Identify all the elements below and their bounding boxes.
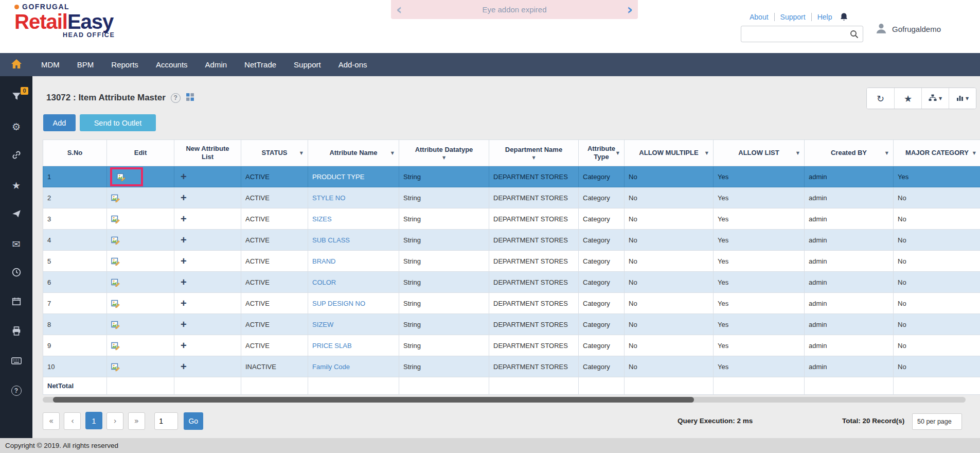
sidebar-mail[interactable]: ✉ <box>11 238 22 250</box>
column-header-attribute-name[interactable]: Attribute Name▼ <box>308 140 399 166</box>
nav-item-bpm[interactable]: BPM <box>68 53 103 76</box>
column-header-allow-multiple[interactable]: ALLOW MULTIPLE▼ <box>625 140 714 166</box>
attribute-name-link[interactable]: PRICE SLAB <box>312 342 352 350</box>
table-row[interactable]: 3+ACTIVESIZESStringDEPARTMENT STORESCate… <box>43 208 980 230</box>
table-row[interactable]: 7+ACTIVESUP DESIGN NOStringDEPARTMENT ST… <box>43 293 980 314</box>
sort-caret-icon[interactable]: ▼ <box>399 155 489 160</box>
scrollbar-thumb[interactable] <box>53 397 694 403</box>
first-page-button[interactable]: « <box>43 412 60 430</box>
sort-caret-icon[interactable]: ▼ <box>796 151 799 155</box>
attribute-name-link[interactable]: BRAND <box>312 257 336 265</box>
sort-caret-icon[interactable]: ▼ <box>391 151 394 155</box>
sidebar-history[interactable] <box>11 268 22 279</box>
add-attribute-icon[interactable]: + <box>179 277 187 287</box>
table-row[interactable]: 2+ACTIVESTYLE NOStringDEPARTMENT STORESC… <box>43 187 980 208</box>
dashboard-icon[interactable] <box>186 93 194 103</box>
nav-item-reports[interactable]: Reports <box>102 53 147 76</box>
sidebar-print[interactable] <box>11 326 22 338</box>
attribute-name-link[interactable]: SIZEW <box>312 321 333 328</box>
favorite-button[interactable]: ★ <box>894 88 921 109</box>
add-attribute-icon[interactable]: + <box>179 172 187 181</box>
per-page-select[interactable]: 50 per page <box>912 413 962 430</box>
attribute-name-link[interactable]: SUP DESIGN NO <box>312 300 365 307</box>
sidebar-favorites[interactable]: ★ <box>11 180 22 191</box>
prev-page-button[interactable]: ‹ <box>64 412 81 430</box>
table-row[interactable]: 1+ACTIVEPRODUCT TYPEStringDEPARTMENT STO… <box>43 166 980 187</box>
add-attribute-icon[interactable]: + <box>179 299 187 308</box>
last-page-button[interactable]: » <box>128 412 145 430</box>
edit-button[interactable] <box>111 236 120 245</box>
column-header-department-name[interactable]: Department Name▼ <box>489 140 579 166</box>
table-row[interactable]: 4+ACTIVESUB CLASSStringDEPARTMENT STORES… <box>43 230 980 251</box>
sidebar-filter[interactable]: 0 <box>11 92 22 103</box>
sidebar-calendar[interactable] <box>11 297 22 308</box>
table-row[interactable]: 5+ACTIVEBRANDStringDEPARTMENT STORESCate… <box>43 251 980 272</box>
user-menu[interactable]: Gofrugaldemo <box>875 22 941 37</box>
table-row[interactable]: 8+ACTIVESIZEWStringDEPARTMENT STORESCate… <box>43 314 980 335</box>
edit-button[interactable] <box>111 299 120 308</box>
sidebar-help[interactable]: ? <box>11 385 22 396</box>
sort-caret-icon[interactable]: ▼ <box>885 151 888 155</box>
add-attribute-icon[interactable]: + <box>179 193 187 202</box>
attribute-name-link[interactable]: SIZES <box>312 215 332 223</box>
hierarchy-view-button[interactable]: ▼ <box>921 88 949 109</box>
link-support[interactable]: Support <box>775 13 812 21</box>
add-attribute-icon[interactable]: + <box>179 235 187 245</box>
table-row[interactable]: 9+ACTIVEPRICE SLABStringDEPARTMENT STORE… <box>43 335 980 356</box>
sort-caret-icon[interactable]: ▼ <box>973 151 976 155</box>
next-page-button[interactable]: › <box>106 412 123 430</box>
add-attribute-icon[interactable]: + <box>179 320 187 329</box>
add-attribute-icon[interactable]: + <box>179 362 187 371</box>
nav-item-nettrade[interactable]: NetTrade <box>236 53 285 76</box>
attribute-name-link[interactable]: Family Code <box>312 363 350 371</box>
add-attribute-icon[interactable]: + <box>179 341 187 350</box>
sort-caret-icon[interactable]: ▼ <box>616 151 619 155</box>
edit-button[interactable] <box>111 194 120 202</box>
add-attribute-icon[interactable]: + <box>179 256 187 266</box>
attribute-name-link[interactable]: SUB CLASS <box>312 236 350 244</box>
sort-caret-icon[interactable]: ▼ <box>489 155 578 160</box>
sort-caret-icon[interactable]: ▼ <box>300 151 303 155</box>
page-1-button[interactable]: 1 <box>85 412 102 429</box>
add-attribute-icon[interactable]: + <box>179 214 187 223</box>
edit-button[interactable] <box>117 172 126 181</box>
sidebar-links[interactable] <box>11 150 22 162</box>
edit-button[interactable] <box>111 278 120 287</box>
column-header-attribute-datatype[interactable]: Attribute Datatype▼ <box>399 140 489 166</box>
attribute-name-link[interactable]: STYLE NO <box>312 194 345 202</box>
search-icon[interactable] <box>850 30 859 39</box>
bell-icon[interactable] <box>840 12 848 22</box>
sidebar-settings[interactable]: ⚙ <box>11 121 22 132</box>
edit-button[interactable] <box>111 215 120 223</box>
edit-button[interactable] <box>111 257 120 266</box>
page-number-input[interactable] <box>154 412 178 430</box>
edit-button[interactable] <box>111 362 120 371</box>
sidebar-keyboard[interactable] <box>11 356 22 367</box>
link-about[interactable]: About <box>744 13 775 21</box>
nav-item-mdm[interactable]: MDM <box>32 53 68 76</box>
chart-view-button[interactable]: ▼ <box>949 88 976 109</box>
nav-item-support[interactable]: Support <box>285 53 330 76</box>
column-header-status[interactable]: STATUS▼ <box>241 140 308 166</box>
banner-prev-icon[interactable]: ‹ <box>396 0 402 19</box>
attribute-name-link[interactable]: PRODUCT TYPE <box>312 173 364 181</box>
search-input[interactable] <box>741 26 850 42</box>
link-help[interactable]: Help <box>812 13 838 21</box>
help-icon[interactable]: ? <box>171 93 181 103</box>
send-to-outlet-button[interactable]: Send to Outlet <box>80 114 156 131</box>
table-row[interactable]: 10+INACTIVEFamily CodeStringDEPARTMENT S… <box>43 356 980 377</box>
column-header-allow-list[interactable]: ALLOW LIST▼ <box>714 140 805 166</box>
add-button[interactable]: Add <box>43 114 76 131</box>
horizontal-scrollbar[interactable] <box>43 397 966 403</box>
edit-button[interactable] <box>111 341 120 350</box>
sort-caret-icon[interactable]: ▼ <box>705 151 708 155</box>
nav-item-addons[interactable]: Add-ons <box>330 53 376 76</box>
nav-item-accounts[interactable]: Accounts <box>147 53 197 76</box>
column-header-major-category[interactable]: MAJOR CATEGORY▼ <box>894 140 980 166</box>
column-header-attribute-type[interactable]: Attribute Type▼ <box>579 140 625 166</box>
edit-button[interactable] <box>111 320 120 329</box>
nav-home[interactable] <box>0 53 32 76</box>
banner-next-icon[interactable]: › <box>627 0 633 19</box>
column-header-created-by[interactable]: Created BY▼ <box>805 140 894 166</box>
refresh-button[interactable]: ↻ <box>867 88 894 109</box>
